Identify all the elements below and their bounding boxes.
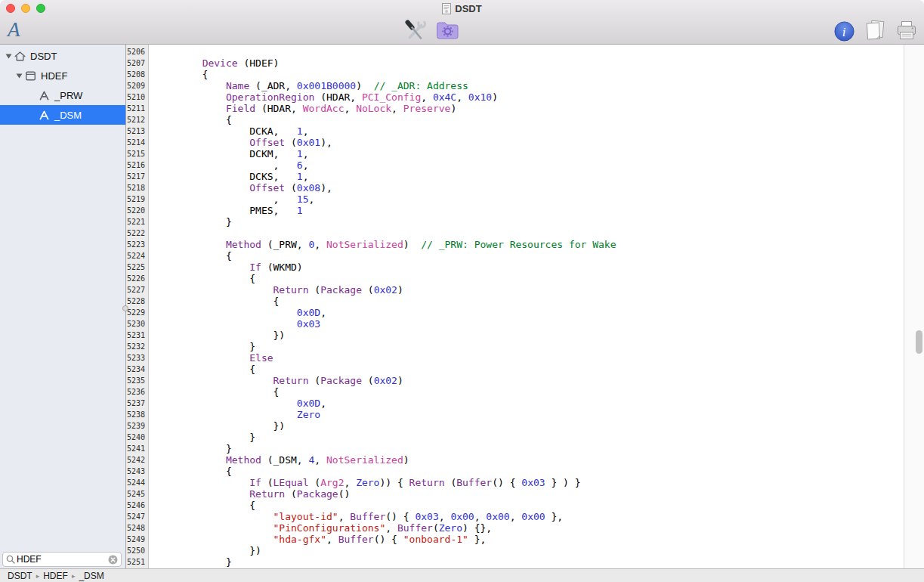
disclosure-triangle-icon[interactable] <box>14 73 24 79</box>
code-line[interactable]: { <box>155 386 904 398</box>
code-line[interactable]: { <box>155 114 904 125</box>
code-line[interactable]: { <box>155 273 904 284</box>
code-line[interactable]: Offset (0x01), <box>155 137 904 148</box>
code-token: }) <box>155 420 285 432</box>
code-token: Preserve <box>403 103 451 114</box>
code-line[interactable]: } <box>155 216 904 228</box>
code-line[interactable]: { <box>155 466 904 477</box>
code-token: ( <box>285 182 297 193</box>
code-line[interactable]: { <box>155 500 904 511</box>
code-line[interactable]: Device (HDEF) <box>155 57 904 69</box>
window-chrome: DSDT A <box>0 0 924 45</box>
scrollbar-thumb[interactable] <box>916 330 922 354</box>
code-line[interactable]: DCKA, 1, <box>155 125 904 137</box>
search-field[interactable] <box>2 552 122 567</box>
code-line[interactable]: Method (_DSM, 4, NotSerialized) <box>155 454 904 466</box>
tree-item-dsdt[interactable]: DSDT <box>0 46 125 66</box>
code-line[interactable]: Return (Package (0x02) <box>155 375 904 386</box>
code-token: , <box>439 511 451 522</box>
code-line[interactable]: Field (HDAR, WordAcc, NoLock, Preserve) <box>155 103 904 114</box>
compile-tools-icon[interactable] <box>403 19 427 42</box>
code-line[interactable]: }) <box>155 545 904 556</box>
code-line[interactable]: } <box>155 341 904 352</box>
code-line[interactable]: "PinConfigurations", Buffer(Zero) {}, <box>155 522 904 534</box>
code-token: 0x03 <box>415 511 438 522</box>
line-number: 5214 <box>126 137 145 148</box>
line-number: 5228 <box>126 296 145 307</box>
code-token: }, <box>468 534 486 545</box>
code-token: 0x03 <box>521 477 545 488</box>
line-number: 5224 <box>126 250 145 262</box>
code-line[interactable]: }) <box>155 330 904 341</box>
vertical-scrollbar[interactable] <box>904 45 924 568</box>
line-number: 5232 <box>126 341 145 352</box>
code-line[interactable]: Method (_PRW, 0, NotSerialized) // _PRW:… <box>155 239 904 250</box>
search-input[interactable] <box>15 554 108 565</box>
code-token: DCKA, <box>155 125 297 137</box>
code-line[interactable]: } <box>155 556 904 568</box>
toolbar-center-group <box>403 19 459 42</box>
code-line[interactable]: } <box>155 443 904 454</box>
code-line[interactable]: Zero <box>155 409 904 420</box>
code-token: Return <box>409 477 445 488</box>
code-line[interactable]: }) <box>155 420 904 432</box>
code-line[interactable]: "layout-id", Buffer() { 0x03, 0x00, 0x00… <box>155 511 904 522</box>
breadcrumb-item-dsdt[interactable]: DSDT <box>8 571 32 581</box>
clear-search-icon[interactable] <box>108 555 118 565</box>
code-line[interactable]: { <box>155 69 904 80</box>
toolbar-right-group: i <box>834 20 918 42</box>
document-proxy-icon[interactable] <box>442 3 451 14</box>
code-line[interactable]: { <box>155 296 904 307</box>
code-line[interactable]: Name (_ADR, 0x001B0000) // _ADR: Address <box>155 80 904 91</box>
code-line[interactable] <box>155 228 904 239</box>
code-editor[interactable]: Device (HDEF) { Name (_ADR, 0x001B0000) … <box>149 45 904 568</box>
code-token: "hda-gfx" <box>273 534 326 545</box>
code-line[interactable]: 0x03 <box>155 318 904 330</box>
documents-icon[interactable] <box>861 20 888 42</box>
code-line[interactable]: Else <box>155 352 904 364</box>
code-line[interactable]: { <box>155 364 904 375</box>
code-token: , <box>421 91 433 103</box>
code-token: } <box>155 556 232 568</box>
code-line[interactable]: { <box>155 250 904 262</box>
breadcrumb-item-hdef[interactable]: HDEF <box>43 571 68 581</box>
code-line[interactable]: Return (Package() <box>155 488 904 500</box>
tree-item-dsm[interactable]: _DSM <box>0 105 125 125</box>
code-token: WordAcc <box>303 103 345 114</box>
code-line[interactable]: , 6, <box>155 159 904 171</box>
code-token: Buffer <box>397 522 433 534</box>
house-icon <box>14 50 26 63</box>
code-line[interactable]: "hda-gfx", Buffer() { "onboard-1" }, <box>155 534 904 545</box>
code-line[interactable]: Offset (0x08), <box>155 182 904 193</box>
font-button[interactable]: A <box>8 17 20 42</box>
tree-item-hdef[interactable]: HDEF <box>0 66 125 85</box>
code-line[interactable]: Return (Package (0x02) <box>155 284 904 296</box>
disclosure-triangle-icon[interactable] <box>3 53 14 59</box>
code-line[interactable]: If (WKMD) <box>155 262 904 273</box>
code-token: , <box>155 193 297 205</box>
code-token: { <box>155 69 208 80</box>
code-line[interactable]: } <box>155 432 904 443</box>
code-line[interactable]: 0x0D, <box>155 307 904 318</box>
code-token <box>155 239 226 250</box>
patch-folder-gear-icon[interactable] <box>435 20 459 41</box>
code-line[interactable]: 0x0D, <box>155 398 904 409</box>
code-line[interactable]: OperationRegion (HDAR, PCI_Config, 0x4C,… <box>155 91 904 103</box>
line-number: 5222 <box>126 228 145 239</box>
splitter-handle[interactable] <box>122 305 128 311</box>
code-line[interactable]: If (LEqual (Arg2, Zero)) { Return (Buffe… <box>155 477 904 488</box>
printer-icon[interactable] <box>895 20 918 42</box>
tree-item-prw[interactable]: _PRW <box>0 85 125 105</box>
title-bar[interactable]: DSDT <box>0 0 924 17</box>
info-icon[interactable]: i <box>834 21 854 42</box>
code-line[interactable] <box>155 46 904 57</box>
code-line[interactable]: DCKS, 1, <box>155 171 904 182</box>
line-number-gutter: 5206520752085209521052115212521352145215… <box>126 45 149 568</box>
breadcrumb-item-dsm[interactable]: _DSM <box>79 571 104 581</box>
code-line[interactable]: DCKM, 1, <box>155 148 904 159</box>
code-line[interactable]: PMES, 1 <box>155 205 904 216</box>
code-token <box>155 375 273 386</box>
code-token: } <box>155 432 255 443</box>
code-token: 1 <box>297 148 303 159</box>
code-line[interactable]: , 15, <box>155 193 904 205</box>
